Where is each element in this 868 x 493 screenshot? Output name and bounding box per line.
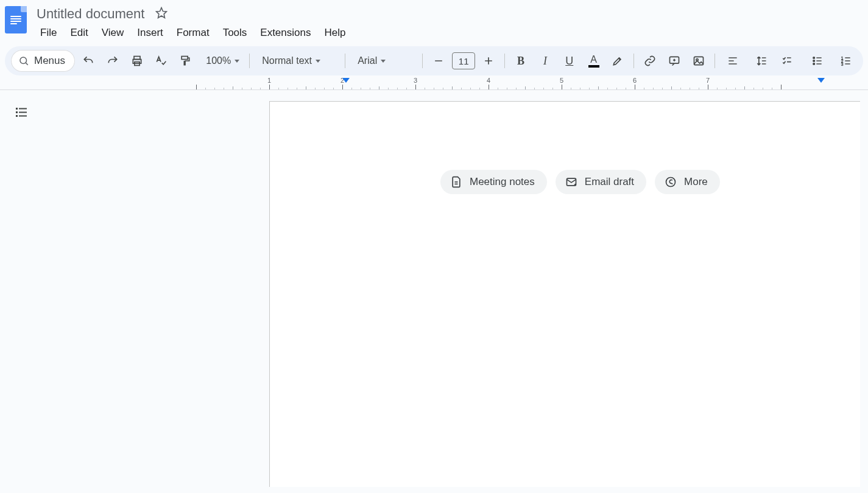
document-surface[interactable]: Meeting notes Email draft More [43, 90, 868, 487]
font-size-increase-button[interactable] [478, 50, 499, 72]
ruler-label: 3 [414, 77, 417, 84]
ruler-right-indent[interactable] [817, 78, 825, 83]
font-family-value: Arial [358, 55, 377, 66]
svg-point-25 [813, 60, 815, 62]
document-page[interactable]: Meeting notes Email draft More [269, 101, 860, 487]
line-spacing-button[interactable] [750, 50, 772, 72]
align-dropdown[interactable] [720, 50, 748, 72]
toolbar-separator [715, 54, 715, 68]
svg-rect-13 [694, 57, 704, 65]
svg-rect-35 [16, 108, 18, 110]
svg-point-27 [813, 63, 815, 65]
print-button[interactable] [126, 50, 148, 72]
ruler-label: 5 [560, 77, 563, 84]
paragraph-style-dropdown[interactable]: Normal text [255, 50, 340, 72]
font-size-input[interactable]: 11 [452, 52, 475, 69]
ruler-label: 4 [487, 77, 490, 84]
email-draft-chip[interactable]: Email draft [556, 170, 646, 194]
add-comment-button[interactable] [663, 50, 685, 72]
more-label: More [684, 176, 708, 188]
outline-panel [0, 90, 43, 487]
zoom-value: 100% [206, 55, 231, 66]
menu-extensions[interactable]: Extensions [254, 24, 317, 41]
template-chip-row: Meeting notes Email draft More [440, 170, 720, 194]
svg-point-1 [20, 57, 27, 64]
svg-point-23 [813, 57, 815, 59]
paragraph-style-value: Normal text [262, 55, 312, 66]
font-family-dropdown[interactable]: Arial [350, 50, 417, 72]
star-icon[interactable] [155, 7, 168, 21]
svg-rect-40 [19, 116, 27, 117]
toolbar-separator [504, 54, 505, 68]
meeting-notes-label: Meeting notes [470, 176, 535, 188]
toolbar-separator [249, 54, 250, 68]
svg-rect-36 [19, 108, 27, 110]
checklist-dropdown[interactable] [775, 50, 803, 72]
menu-help[interactable]: Help [318, 24, 351, 41]
svg-rect-37 [16, 111, 18, 113]
font-size-decrease-button[interactable] [428, 50, 450, 72]
italic-button[interactable]: I [534, 50, 556, 72]
toolbar-separator [633, 54, 634, 68]
bulleted-list-dropdown[interactable] [805, 50, 833, 72]
menu-insert[interactable]: Insert [131, 24, 169, 41]
caret-down-icon [235, 60, 239, 63]
menubar: File Edit View Insert Format Tools Exten… [33, 24, 351, 41]
toolbar: Menus 100% Normal text Arial 11 B I U A … [5, 46, 863, 75]
document-title[interactable]: Untitled document [33, 5, 148, 23]
insert-link-button[interactable] [639, 50, 661, 72]
caret-down-icon [381, 60, 386, 63]
zoom-dropdown[interactable]: 100% [199, 50, 244, 72]
menu-tools[interactable]: Tools [217, 24, 253, 41]
content-area: Meeting notes Email draft More [0, 90, 868, 487]
caret-down-icon [316, 60, 320, 63]
menu-file[interactable]: File [34, 24, 63, 41]
bold-button[interactable]: B [510, 50, 532, 72]
toolbar-separator [345, 54, 345, 68]
search-menus-button[interactable]: Menus [11, 50, 75, 72]
insert-image-button[interactable] [688, 50, 710, 72]
svg-marker-0 [157, 8, 167, 18]
svg-line-2 [26, 63, 27, 65]
ruler-label: 7 [706, 77, 710, 84]
numbered-list-button[interactable]: 123 [835, 50, 857, 72]
horizontal-ruler[interactable]: 1234567 [0, 77, 868, 90]
spellcheck-button[interactable] [150, 50, 172, 72]
menu-format[interactable]: Format [171, 24, 216, 41]
email-draft-label: Email draft [585, 176, 634, 188]
redo-button[interactable] [102, 50, 124, 72]
ruler-label: 1 [267, 77, 271, 84]
meeting-notes-chip[interactable]: Meeting notes [440, 170, 547, 194]
menu-view[interactable]: View [96, 24, 130, 41]
search-menus-label: Menus [34, 55, 65, 67]
menu-edit[interactable]: Edit [64, 24, 94, 41]
svg-point-44 [666, 178, 676, 187]
toolbar-separator [422, 54, 423, 68]
svg-rect-6 [182, 57, 188, 60]
docs-app-icon[interactable] [5, 6, 27, 33]
svg-rect-39 [16, 115, 18, 117]
svg-rect-38 [19, 112, 27, 113]
ruler-label: 6 [633, 77, 637, 84]
paint-format-button[interactable] [174, 50, 196, 72]
svg-text:3: 3 [841, 62, 844, 66]
underline-button[interactable]: U [559, 50, 580, 72]
ruler-left-indent[interactable] [342, 78, 350, 83]
header-bar: Untitled document File Edit View Insert … [0, 0, 868, 41]
document-outline-icon[interactable] [14, 105, 29, 487]
more-chip[interactable]: More [655, 170, 720, 194]
highlight-color-button[interactable] [607, 50, 629, 72]
text-color-button[interactable]: A [583, 50, 605, 72]
undo-button[interactable] [77, 50, 99, 72]
